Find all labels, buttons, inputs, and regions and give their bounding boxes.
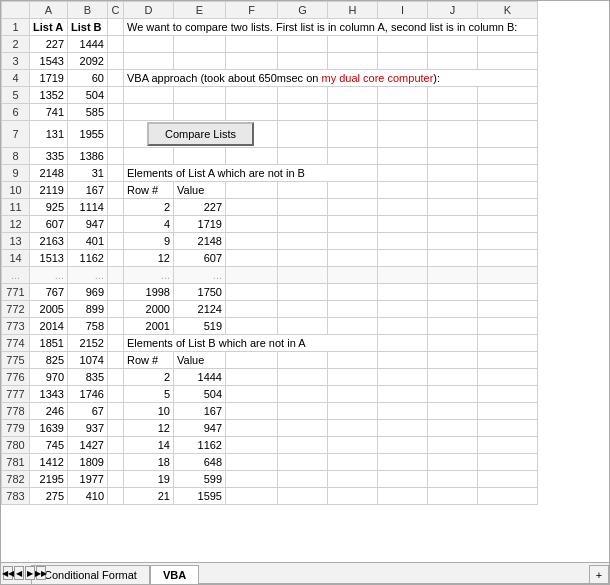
table-row: 773 2014 758 2001 519 [2,318,538,335]
column-headers: A B C D E F G H I J K [2,2,538,19]
table-row: 776 970 835 2 1444 [2,369,538,386]
table-row: 3 1543 2092 [2,53,538,70]
table-row: 771 767 969 1998 1750 [2,284,538,301]
col-header-d: D [124,2,174,19]
table-row: 13 2163 401 9 2148 [2,233,538,250]
table-row: 7 131 1955 Compare Lists [2,121,538,148]
next-sheet-arrow[interactable]: ▶ [25,566,35,580]
table-row: 12 607 947 4 1719 [2,216,538,233]
col-header-c: C [108,2,124,19]
table-row: 780 745 1427 14 1162 [2,437,538,454]
spreadsheet: A B C D E F G H I J K 1 List A [0,0,610,585]
col-header-k: K [478,2,538,19]
main-table: A B C D E F G H I J K 1 List A [1,1,538,505]
col-header-i: I [378,2,428,19]
table-row: 9 2148 31 Elements of List A which are n… [2,165,538,182]
tab-vba[interactable]: VBA [150,565,199,584]
col-header-g: G [278,2,328,19]
table-row: 5 1352 504 [2,87,538,104]
table-row: 778 246 67 10 167 [2,403,538,420]
cell-desc1: We want to compare two lists. First list… [124,19,538,36]
cell-vba-desc: VBA approach (took about 650msec on my d… [124,70,538,87]
sheet-area: A B C D E F G H I J K 1 List A [1,1,609,562]
table-row: 783 275 410 21 1595 [2,488,538,505]
prev-sheet-arrow[interactable]: ◀ [14,566,24,580]
row-num: 1 [2,19,30,36]
corner-cell [2,2,30,19]
table-row: 8 335 1386 [2,148,538,165]
table-row: 1 List A List B We want to compare two l… [2,19,538,36]
col-header-e: E [174,2,226,19]
first-sheet-arrow[interactable]: ◀◀ [3,566,13,580]
table-row: 779 1639 937 12 947 [2,420,538,437]
table-row: 10 2119 167 Row # Value [2,182,538,199]
compare-lists-button[interactable]: Compare Lists [147,122,254,146]
sheet-nav-arrows: ◀◀ ◀ ▶ ▶▶ [3,562,46,584]
col-header-h: H [328,2,378,19]
col-header-a: A [30,2,68,19]
table-row: 2 227 1444 [2,36,538,53]
col-header-b: B [68,2,108,19]
new-sheet-button[interactable]: + [589,565,609,584]
table-row: 774 1851 2152 Elements of List B which a… [2,335,538,352]
table-row: 775 825 1074 Row # Value [2,352,538,369]
last-sheet-arrow[interactable]: ▶▶ [36,566,46,580]
ellipsis-row: ... ... ... ... ... [2,267,538,284]
cell-c1 [108,19,124,36]
cell-b1: List B [68,19,108,36]
table-row: 4 1719 60 VBA approach (took about 650ms… [2,70,538,87]
cell-a1: List A [30,19,68,36]
table-row: 782 2195 1977 19 599 [2,471,538,488]
col-header-f: F [226,2,278,19]
table-row: 781 1412 1809 18 648 [2,454,538,471]
table-row: 14 1513 1162 12 607 [2,250,538,267]
tab-bar: ◀◀ ◀ ▶ ▶▶ Conditional Format VBA + [1,562,609,584]
tab-conditional-format[interactable]: Conditional Format [31,565,150,584]
col-header-j: J [428,2,478,19]
table-row: 6 741 585 [2,104,538,121]
table-row: 777 1343 1746 5 504 [2,386,538,403]
table-row: 11 925 1114 2 227 [2,199,538,216]
table-row: 772 2005 899 2000 2124 [2,301,538,318]
